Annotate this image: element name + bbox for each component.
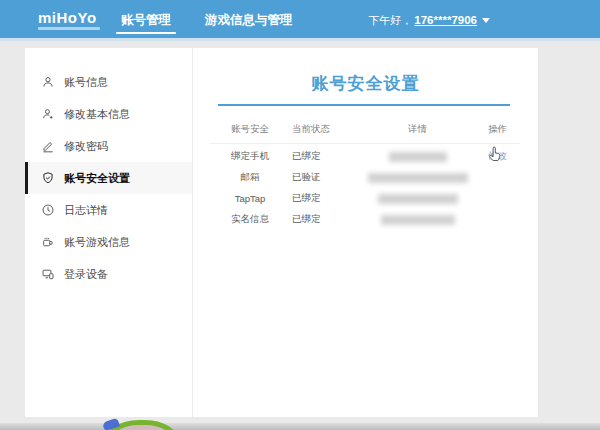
table-row-realname: 实名信息 已绑定 <box>210 209 520 230</box>
tab-game-info-management[interactable]: 游戏信息与管理 <box>199 0 299 40</box>
sidebar: 账号信息 修改基本信息 修改密码 账号安全设置 <box>25 48 193 417</box>
sidebar-item-label: 账号安全设置 <box>64 171 130 186</box>
sidebar-item-label: 账号游戏信息 <box>64 235 130 250</box>
account-phone-link[interactable]: 176****7906 <box>414 14 477 26</box>
header-bottom-edge <box>0 38 600 41</box>
sidebar-item-label: 账号信息 <box>64 75 108 90</box>
sidebar-item-label: 修改基本信息 <box>64 107 130 122</box>
bottom-edge-strip <box>0 423 600 430</box>
sidebar-item-label: 修改密码 <box>64 139 108 154</box>
sidebar-item-label: 日志详情 <box>64 203 108 218</box>
header-user-area: 下午好， 176****7906 <box>368 0 490 40</box>
row-detail-redacted <box>360 194 475 204</box>
sidebar-item-account-info[interactable]: 账号信息 <box>25 66 192 98</box>
col-header-action: 操作 <box>475 123 520 136</box>
row-status: 已绑定 <box>290 150 360 163</box>
row-detail-redacted <box>360 215 475 225</box>
mihoyo-account-center: miHoYo 账号管理 游戏信息与管理 下午好， 176****7906 账号信… <box>0 0 600 430</box>
sidebar-item-login-devices[interactable]: 登录设备 <box>25 258 192 290</box>
logo-text: miHoYo <box>38 10 106 25</box>
row-status: 已绑定 <box>290 192 360 205</box>
header-nav: 账号管理 游戏信息与管理 <box>115 0 321 40</box>
row-detail-redacted <box>360 152 475 162</box>
table-row-phone: 绑定手机 已绑定 修改 <box>210 146 520 167</box>
title-underline <box>218 104 510 106</box>
row-status: 已绑定 <box>290 213 360 226</box>
greeting-text: 下午好， <box>368 13 412 28</box>
row-label: 邮箱 <box>210 171 290 184</box>
sidebar-item-account-game-info[interactable]: 账号游戏信息 <box>25 226 192 258</box>
tab-account-management[interactable]: 账号管理 <box>115 0 177 40</box>
col-header-security: 账号安全 <box>210 123 290 136</box>
table-row-email: 邮箱 已验证 <box>210 167 520 188</box>
sidebar-item-edit-basic-info[interactable]: 修改基本信息 <box>25 98 192 130</box>
modify-phone-link[interactable]: 修改 <box>488 150 507 161</box>
shield-check-icon <box>41 171 55 185</box>
table-header-row: 账号安全 当前状态 详情 操作 <box>210 118 520 140</box>
user-icon <box>41 75 55 89</box>
row-detail-redacted <box>360 173 475 183</box>
caret-down-icon[interactable] <box>482 18 490 23</box>
mihoyo-logo[interactable]: miHoYo <box>38 10 106 30</box>
security-settings-panel: 账号安全设置 账号安全 当前状态 详情 操作 绑定手机 已绑定 修改 邮箱 <box>193 48 538 417</box>
sidebar-item-account-security[interactable]: 账号安全设置 <box>25 162 192 194</box>
logo-tagline <box>38 27 100 30</box>
user-edit-icon <box>41 107 55 121</box>
top-header: miHoYo 账号管理 游戏信息与管理 下午好， 176****7906 <box>0 0 600 40</box>
pencil-icon <box>41 139 55 153</box>
row-label: 实名信息 <box>210 213 290 226</box>
col-header-status: 当前状态 <box>290 123 360 136</box>
sidebar-item-change-password[interactable]: 修改密码 <box>25 130 192 162</box>
row-status: 已验证 <box>290 171 360 184</box>
sidebar-item-log-details[interactable]: 日志详情 <box>25 194 192 226</box>
security-table: 账号安全 当前状态 详情 操作 绑定手机 已绑定 修改 邮箱 已验证 <box>210 118 520 230</box>
col-header-detail: 详情 <box>360 123 475 136</box>
devices-icon <box>41 267 55 281</box>
clock-icon <box>41 203 55 217</box>
account-card: 账号信息 修改基本信息 修改密码 账号安全设置 <box>25 48 538 417</box>
row-label: TapTap <box>210 193 290 204</box>
game-cup-icon <box>41 235 55 249</box>
table-row-taptap: TapTap 已绑定 <box>210 188 520 209</box>
row-label: 绑定手机 <box>210 150 290 163</box>
page-title: 账号安全设置 <box>193 72 538 95</box>
sidebar-item-label: 登录设备 <box>64 267 108 282</box>
table-divider <box>210 143 520 144</box>
